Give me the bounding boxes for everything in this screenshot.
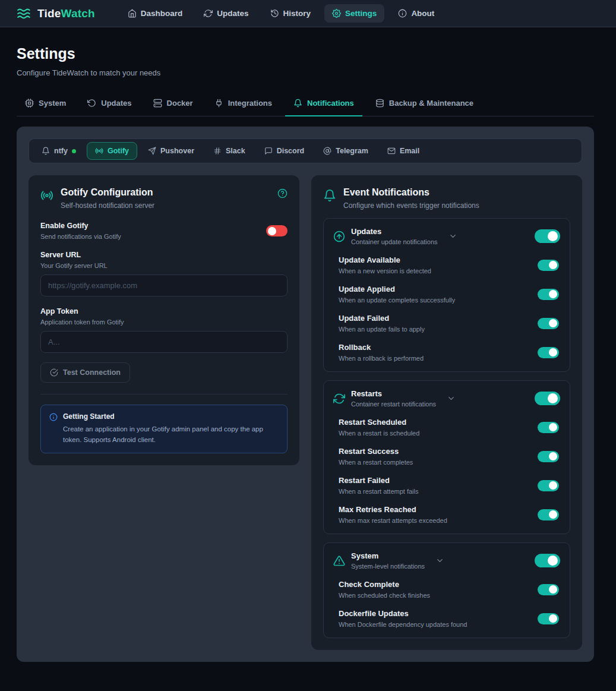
- event-title: Max Retries Reached: [339, 505, 447, 514]
- toggle-restart-scheduled[interactable]: [538, 422, 559, 433]
- event-title: Dockerfile Updates: [339, 609, 467, 618]
- radio-icon: [95, 147, 103, 155]
- bell-icon: [42, 147, 50, 155]
- toggle-check-complete[interactable]: [538, 584, 559, 595]
- toggle-update-available[interactable]: [538, 260, 559, 271]
- tab-label: Docker: [167, 99, 193, 108]
- group-description: Container restart notifications: [351, 400, 436, 408]
- arrow-up-circle-icon: [333, 231, 345, 242]
- bell-icon: [323, 189, 336, 202]
- nav-label: Settings: [345, 9, 377, 18]
- alert-triangle-icon: [333, 555, 345, 567]
- nav-label: History: [283, 9, 311, 18]
- event-description: When a rollback is performed: [339, 355, 424, 362]
- at-sign-icon: [323, 147, 331, 155]
- channel-label: Pushover: [160, 147, 194, 155]
- rotate-ccw-icon: [87, 99, 96, 108]
- chevron-down-icon[interactable]: [448, 232, 457, 241]
- channel-tab-email[interactable]: Email: [379, 142, 428, 160]
- group-toggle-system[interactable]: [535, 554, 560, 567]
- test-connection-button[interactable]: Test Connection: [40, 362, 130, 383]
- server-url-label: Server URL: [40, 251, 288, 259]
- tab-label: Updates: [101, 99, 131, 108]
- event-row-max-retries: Max Retries Reached When max restart att…: [339, 505, 559, 524]
- tab-backup-maintenance[interactable]: Backup & Maintenance: [367, 93, 482, 116]
- event-title: Restart Scheduled: [339, 418, 419, 427]
- card-title: Event Notifications: [343, 187, 479, 198]
- history-icon: [270, 9, 279, 18]
- nav-item-history[interactable]: History: [263, 4, 319, 23]
- channel-label: ntfy: [54, 147, 68, 155]
- server-url-field: Server URL Your Gotify server URL: [40, 251, 288, 296]
- check-circle-icon: [50, 368, 58, 377]
- group-description: System-level notifications: [351, 563, 425, 570]
- enable-gotify-toggle[interactable]: [266, 225, 288, 236]
- event-row-update-failed: Update Failed When an update fails to ap…: [339, 314, 559, 333]
- tab-docker[interactable]: Docker: [145, 93, 201, 116]
- toggle-update-failed[interactable]: [538, 318, 559, 329]
- channel-tabs: ntfy Gotify Pushover Slack Discord: [29, 138, 582, 163]
- app-logo[interactable]: TideWatch: [17, 6, 95, 21]
- channel-tab-slack[interactable]: Slack: [205, 142, 254, 160]
- channel-tab-ntfy[interactable]: ntfy: [33, 142, 84, 160]
- hash-icon: [213, 147, 222, 155]
- event-row-restart-scheduled: Restart Scheduled When a restart is sche…: [339, 418, 559, 437]
- toggle-restart-failed[interactable]: [538, 480, 559, 491]
- server-url-description: Your Gotify server URL: [40, 262, 288, 269]
- app-token-description: Application token from Gotify: [40, 318, 288, 326]
- info-icon: [398, 9, 407, 18]
- group-title: Updates: [351, 227, 438, 236]
- tab-updates[interactable]: Updates: [79, 93, 140, 116]
- channel-tab-gotify[interactable]: Gotify: [87, 142, 137, 160]
- tab-notifications[interactable]: Notifications: [285, 93, 362, 116]
- toggle-update-applied[interactable]: [538, 289, 559, 300]
- gear-icon: [332, 9, 341, 18]
- mail-icon: [387, 147, 396, 155]
- online-status-dot: [72, 149, 76, 153]
- group-toggle-updates[interactable]: [535, 229, 560, 243]
- nav-item-updates[interactable]: Updates: [196, 4, 256, 23]
- channel-tab-pushover[interactable]: Pushover: [140, 142, 203, 160]
- getting-started-title: Getting Started: [63, 412, 279, 421]
- help-circle-icon[interactable]: [277, 188, 288, 198]
- event-description: When a restart completes: [339, 459, 413, 466]
- group-toggle-restarts[interactable]: [535, 392, 560, 405]
- gotify-configuration-card: Gotify Configuration Self-hosted notific…: [29, 175, 299, 465]
- server-icon: [153, 99, 162, 108]
- nav-item-dashboard[interactable]: Dashboard: [120, 4, 191, 23]
- card-title: Gotify Configuration: [61, 187, 154, 198]
- app-token-input[interactable]: [40, 331, 288, 353]
- event-description: When a new version is detected: [339, 267, 431, 274]
- toggle-dockerfile-updates[interactable]: [538, 613, 559, 624]
- page-subtitle: Configure TideWatch to match your needs: [17, 68, 599, 77]
- main-nav: Dashboard Updates History Settings About: [120, 4, 443, 23]
- tab-system[interactable]: System: [17, 93, 74, 116]
- card-subtitle: Self-hosted notification server: [61, 201, 154, 210]
- nav-item-about[interactable]: About: [390, 4, 442, 23]
- toggle-restart-success[interactable]: [538, 451, 559, 462]
- getting-started-body: Create an application in your Gotify adm…: [63, 424, 279, 446]
- channel-tab-discord[interactable]: Discord: [256, 142, 313, 160]
- database-icon: [375, 99, 384, 108]
- channel-label: Slack: [226, 147, 245, 155]
- server-url-input[interactable]: [40, 274, 288, 296]
- tab-label: Notifications: [307, 99, 354, 108]
- app-token-label: App Token: [40, 307, 288, 315]
- event-row-restart-success: Restart Success When a restart completes: [339, 447, 559, 466]
- toggle-rollback[interactable]: [538, 347, 559, 358]
- channel-tab-telegram[interactable]: Telegram: [315, 142, 377, 160]
- refresh-icon: [204, 9, 213, 18]
- chevron-down-icon[interactable]: [435, 556, 444, 565]
- nav-item-settings[interactable]: Settings: [324, 4, 384, 23]
- event-description: When a restart attempt fails: [339, 488, 419, 495]
- event-row-dockerfile-updates: Dockerfile Updates When Dockerfile depen…: [339, 609, 559, 628]
- tab-integrations[interactable]: Integrations: [206, 93, 280, 116]
- chevron-down-icon[interactable]: [447, 394, 456, 403]
- message-square-icon: [264, 147, 273, 155]
- group-title: Restarts: [351, 389, 436, 398]
- radio-icon: [40, 189, 53, 202]
- channel-label: Gotify: [108, 147, 129, 155]
- event-row-restart-failed: Restart Failed When a restart attempt fa…: [339, 476, 559, 495]
- event-title: Rollback: [339, 343, 424, 352]
- toggle-max-retries[interactable]: [538, 509, 559, 520]
